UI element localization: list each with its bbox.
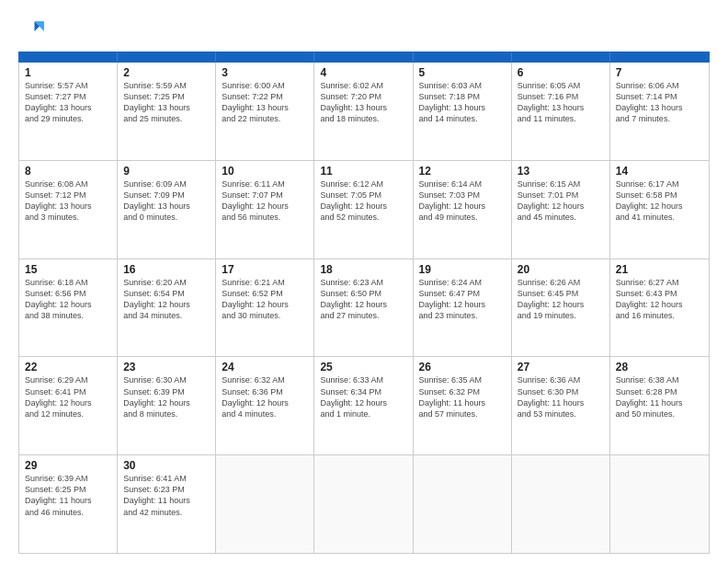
cell-line: and 1 minute. xyxy=(320,408,406,419)
cell-line: Sunset: 6:25 PM xyxy=(25,484,111,495)
day-number: 28 xyxy=(616,361,703,373)
cell-line: Sunrise: 6:20 AM xyxy=(123,277,210,288)
header-monday xyxy=(118,52,216,62)
cell-line: Sunrise: 6:08 AM xyxy=(25,178,111,190)
cell-line: Sunset: 7:09 PM xyxy=(123,190,210,201)
cell-line: Daylight: 11 hours xyxy=(25,495,111,506)
day-number: 1 xyxy=(25,66,111,79)
cell-line: Sunrise: 6:35 AM xyxy=(419,374,506,385)
cell-line: Daylight: 12 hours xyxy=(222,397,308,408)
cell-line: Sunrise: 6:14 AM xyxy=(419,178,506,190)
cell-line: and 56 minutes. xyxy=(222,212,308,223)
day-cell-5-5 xyxy=(414,455,512,553)
cell-line: Daylight: 12 hours xyxy=(616,201,703,212)
cell-line: Sunset: 6:45 PM xyxy=(518,288,604,299)
cell-line: and 30 minutes. xyxy=(222,310,308,321)
cell-line: and 46 minutes. xyxy=(25,507,111,518)
day-cell-4-7: 28Sunrise: 6:38 AMSunset: 6:28 PMDayligh… xyxy=(610,357,709,454)
day-cell-4-5: 26Sunrise: 6:35 AMSunset: 6:32 PMDayligh… xyxy=(414,357,512,454)
day-number: 10 xyxy=(222,165,308,178)
cell-line: Sunrise: 6:36 AM xyxy=(518,374,604,385)
day-number: 21 xyxy=(616,263,703,276)
cell-line: Daylight: 13 hours xyxy=(25,201,111,212)
day-number: 20 xyxy=(518,263,604,276)
cell-line: Sunrise: 6:32 AM xyxy=(222,374,308,385)
day-cell-4-1: 22Sunrise: 6:29 AMSunset: 6:41 PMDayligh… xyxy=(19,357,118,454)
day-cell-1-4: 4Sunrise: 6:02 AMSunset: 7:20 PMDaylight… xyxy=(314,63,413,160)
day-number: 4 xyxy=(320,66,406,79)
cell-line: Sunrise: 6:03 AM xyxy=(419,80,506,91)
cell-line: and 11 minutes. xyxy=(518,113,604,124)
cell-line: Sunrise: 6:26 AM xyxy=(518,277,604,288)
cell-line: Sunset: 6:32 PM xyxy=(419,386,506,397)
day-cell-1-7: 7Sunrise: 6:06 AMSunset: 7:14 PMDaylight… xyxy=(610,63,709,160)
cell-line: Sunset: 6:58 PM xyxy=(616,190,703,201)
cell-line: Sunset: 6:28 PM xyxy=(616,386,703,397)
cell-line: Daylight: 12 hours xyxy=(518,201,604,212)
cell-line: Sunrise: 6:12 AM xyxy=(320,178,406,190)
cell-line: Sunrise: 6:33 AM xyxy=(320,374,406,385)
cell-line: Sunrise: 6:02 AM xyxy=(320,80,406,91)
cell-line: Sunset: 7:27 PM xyxy=(25,91,111,102)
cell-line: and 41 minutes. xyxy=(616,212,703,223)
cell-line: and 19 minutes. xyxy=(518,310,604,321)
cell-line: and 34 minutes. xyxy=(123,310,210,321)
cell-line: Sunrise: 5:57 AM xyxy=(25,80,111,91)
cell-line: Sunset: 6:54 PM xyxy=(123,288,210,299)
calendar-header xyxy=(18,52,710,63)
cell-line: and 16 minutes. xyxy=(616,310,703,321)
cell-line: Sunrise: 6:27 AM xyxy=(616,277,703,288)
week-row-1: 1Sunrise: 5:57 AMSunset: 7:27 PMDaylight… xyxy=(19,63,709,161)
day-cell-4-2: 23Sunrise: 6:30 AMSunset: 6:39 PMDayligh… xyxy=(118,357,216,454)
day-number: 16 xyxy=(123,263,210,276)
day-number: 30 xyxy=(123,459,210,472)
week-row-5: 29Sunrise: 6:39 AMSunset: 6:25 PMDayligh… xyxy=(19,455,709,553)
cell-line: and 22 minutes. xyxy=(222,113,308,124)
day-cell-2-4: 11Sunrise: 6:12 AMSunset: 7:05 PMDayligh… xyxy=(314,161,413,259)
cell-line: Sunset: 6:50 PM xyxy=(320,288,406,299)
day-cell-2-1: 8Sunrise: 6:08 AMSunset: 7:12 PMDaylight… xyxy=(19,161,118,259)
cell-line: Daylight: 13 hours xyxy=(320,102,406,113)
cell-line: and 38 minutes. xyxy=(25,310,111,321)
day-cell-1-6: 6Sunrise: 6:05 AMSunset: 7:16 PMDaylight… xyxy=(512,63,610,160)
cell-line: Sunrise: 6:30 AM xyxy=(123,374,210,385)
cell-line: Sunset: 6:56 PM xyxy=(25,288,111,299)
cell-line: Sunset: 7:05 PM xyxy=(320,190,406,201)
cell-line: Sunset: 6:36 PM xyxy=(222,386,308,397)
cell-line: Sunset: 6:43 PM xyxy=(616,288,703,299)
cell-line: Daylight: 12 hours xyxy=(419,201,506,212)
cell-line: Sunrise: 6:00 AM xyxy=(222,80,308,91)
cell-line: and 3 minutes. xyxy=(25,212,111,223)
cell-line: Daylight: 13 hours xyxy=(25,102,111,113)
cell-line: Sunrise: 6:06 AM xyxy=(616,80,703,91)
day-number: 25 xyxy=(320,361,406,373)
day-number: 29 xyxy=(25,459,111,472)
day-cell-2-6: 13Sunrise: 6:15 AMSunset: 7:01 PMDayligh… xyxy=(512,161,610,259)
cell-line: Sunset: 6:30 PM xyxy=(518,386,604,397)
day-cell-4-3: 24Sunrise: 6:32 AMSunset: 6:36 PMDayligh… xyxy=(216,357,314,454)
day-cell-2-2: 9Sunrise: 6:09 AMSunset: 7:09 PMDaylight… xyxy=(118,161,216,259)
cell-line: and 14 minutes. xyxy=(419,113,506,124)
cell-line: and 7 minutes. xyxy=(616,113,703,124)
cell-line: Daylight: 13 hours xyxy=(123,201,210,212)
day-number: 13 xyxy=(518,165,604,178)
cell-line: Daylight: 12 hours xyxy=(320,201,406,212)
cell-line: Daylight: 12 hours xyxy=(123,397,210,408)
logo xyxy=(18,18,48,44)
calendar-body: 1Sunrise: 5:57 AMSunset: 7:27 PMDaylight… xyxy=(18,63,710,554)
cell-line: and 12 minutes. xyxy=(25,408,111,419)
day-cell-5-7 xyxy=(610,455,709,553)
cell-line: Sunrise: 5:59 AM xyxy=(123,80,210,91)
week-row-4: 22Sunrise: 6:29 AMSunset: 6:41 PMDayligh… xyxy=(19,357,709,455)
cell-line: and 53 minutes. xyxy=(518,408,604,419)
cell-line: Sunrise: 6:23 AM xyxy=(320,277,406,288)
cell-line: and 0 minutes. xyxy=(123,212,210,223)
cell-line: Daylight: 12 hours xyxy=(123,299,210,310)
cell-line: Daylight: 11 hours xyxy=(419,397,506,408)
day-number: 7 xyxy=(616,66,703,79)
day-number: 14 xyxy=(616,165,703,178)
cell-line: Sunset: 7:03 PM xyxy=(419,190,506,201)
day-cell-2-7: 14Sunrise: 6:17 AMSunset: 6:58 PMDayligh… xyxy=(610,161,709,259)
logo-icon xyxy=(18,18,44,44)
day-cell-1-2: 2Sunrise: 5:59 AMSunset: 7:25 PMDaylight… xyxy=(118,63,216,160)
